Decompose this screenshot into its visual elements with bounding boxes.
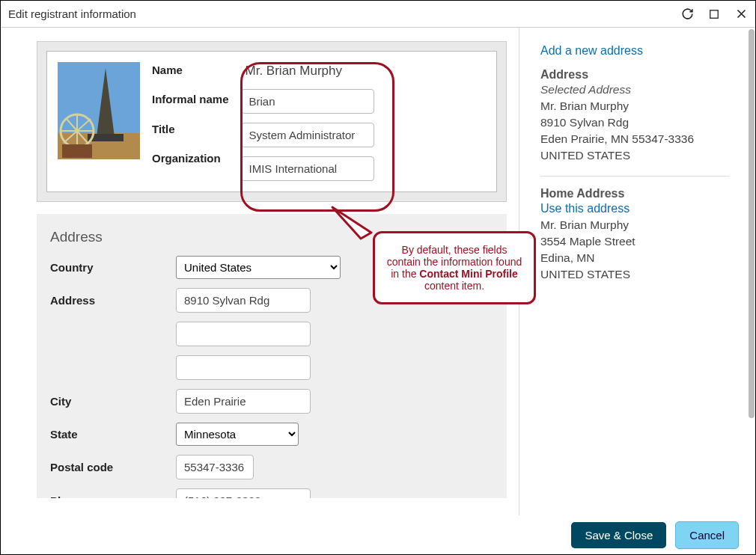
- address-sidebar: Add a new address Address Selected Addre…: [519, 28, 743, 515]
- label-informal-name: Informal name: [152, 93, 229, 106]
- address-block-head: Address: [540, 68, 730, 82]
- titlebar: Edit registrant information: [1, 1, 755, 28]
- profile-card-outer: Name Informal name Title Organization Mr…: [37, 41, 507, 202]
- address-line3-input[interactable]: [176, 355, 311, 380]
- label-title: Title: [152, 123, 229, 135]
- address-line1-input[interactable]: [176, 288, 311, 313]
- label-city: City: [50, 395, 176, 408]
- label-state: State: [50, 428, 176, 441]
- country-select[interactable]: United States: [176, 256, 341, 279]
- address-line: UNITED STATES: [540, 147, 730, 164]
- label-phone: Phone: [50, 494, 176, 498]
- label-postal: Postal code: [50, 461, 176, 473]
- svg-rect-0: [710, 10, 719, 18]
- address-line: Eden Prairie, MN 55347-3336: [540, 131, 730, 147]
- use-address-link[interactable]: Use this address: [540, 202, 630, 215]
- footer-buttons: Save & Close Cancel: [555, 515, 755, 554]
- label-address: Address: [50, 294, 176, 307]
- scrollbar[interactable]: [747, 29, 755, 514]
- label-country: Country: [50, 261, 176, 274]
- address-block-head: Home Address: [540, 187, 730, 200]
- avatar: [58, 62, 140, 159]
- profile-field-inputs: Mr. Brian Murphy: [241, 62, 374, 181]
- window-title: Edit registrant information: [8, 7, 680, 20]
- address-block-home: Home Address Use this address Mr. Brian …: [540, 187, 730, 295]
- profile-card: Name Informal name Title Organization Mr…: [46, 51, 497, 192]
- refresh-icon[interactable]: [680, 7, 694, 21]
- address-line2-input[interactable]: [176, 322, 311, 346]
- address-line: Mr. Brian Murphy: [540, 217, 730, 233]
- address-line: UNITED STATES: [540, 266, 730, 283]
- address-line: 3554 Maple Street: [540, 233, 730, 250]
- title-input[interactable]: [241, 123, 374, 147]
- close-icon[interactable]: [734, 7, 748, 21]
- name-display: Mr. Brian Murphy: [241, 62, 374, 80]
- address-line: Mr. Brian Murphy: [540, 98, 730, 114]
- label-name: Name: [152, 64, 229, 76]
- informal-name-input[interactable]: [241, 89, 374, 114]
- address-line: Edina, MN: [540, 250, 730, 266]
- save-close-button[interactable]: Save & Close: [571, 522, 666, 548]
- address-block-selected: Address Selected Address Mr. Brian Murph…: [540, 68, 730, 177]
- titlebar-controls: [680, 7, 748, 21]
- annotation-callout: By default, these fields contain the inf…: [373, 231, 536, 304]
- address-block-subtitle: Selected Address: [540, 83, 730, 96]
- maximize-icon[interactable]: [707, 7, 721, 21]
- cancel-button[interactable]: Cancel: [675, 521, 739, 549]
- label-organization: Organization: [152, 152, 229, 165]
- organization-input[interactable]: [241, 156, 374, 181]
- profile-field-labels: Name Informal name Title Organization: [152, 62, 229, 181]
- add-address-link[interactable]: Add a new address: [540, 44, 643, 58]
- address-line: 8910 Sylvan Rdg: [540, 114, 730, 131]
- state-select[interactable]: Minnesota: [176, 423, 299, 446]
- phone-input[interactable]: [176, 488, 311, 498]
- city-input[interactable]: [176, 389, 311, 414]
- postal-input[interactable]: [176, 455, 254, 479]
- svg-rect-10: [62, 144, 92, 158]
